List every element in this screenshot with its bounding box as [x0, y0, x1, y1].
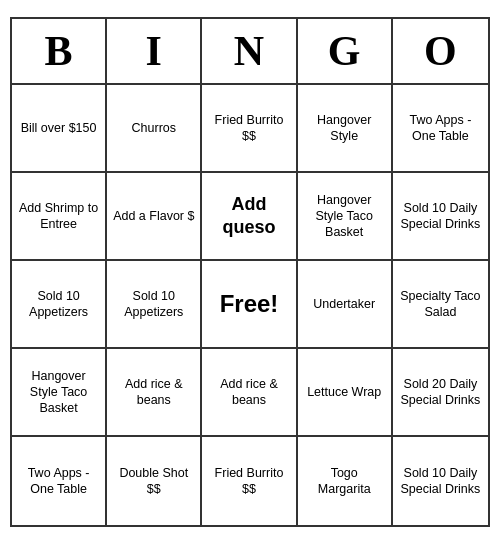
- header-letter-g: G: [298, 19, 393, 83]
- bingo-cell-1: Churros: [107, 85, 202, 173]
- bingo-cell-12: Free!: [202, 261, 297, 349]
- bingo-header: BINGO: [12, 19, 488, 85]
- bingo-cell-7: Add queso: [202, 173, 297, 261]
- bingo-cell-0: Bill over $150: [12, 85, 107, 173]
- bingo-cell-16: Add rice & beans: [107, 349, 202, 437]
- header-letter-n: N: [202, 19, 297, 83]
- bingo-cell-22: Fried Burrito $$: [202, 437, 297, 525]
- bingo-cell-24: Sold 10 Daily Special Drinks: [393, 437, 488, 525]
- bingo-cell-14: Specialty Taco Salad: [393, 261, 488, 349]
- bingo-cell-20: Two Apps - One Table: [12, 437, 107, 525]
- bingo-cell-2: Fried Burrito $$: [202, 85, 297, 173]
- bingo-cell-3: Hangover Style: [298, 85, 393, 173]
- bingo-card: BINGO Bill over $150ChurrosFried Burrito…: [10, 17, 490, 527]
- bingo-cell-21: Double Shot $$: [107, 437, 202, 525]
- bingo-cell-8: Hangover Style Taco Basket: [298, 173, 393, 261]
- bingo-cell-4: Two Apps - One Table: [393, 85, 488, 173]
- bingo-cell-18: Lettuce Wrap: [298, 349, 393, 437]
- bingo-grid: Bill over $150ChurrosFried Burrito $$Han…: [12, 85, 488, 525]
- bingo-cell-13: Undertaker: [298, 261, 393, 349]
- header-letter-i: I: [107, 19, 202, 83]
- bingo-cell-5: Add Shrimp to Entree: [12, 173, 107, 261]
- bingo-cell-6: Add a Flavor $: [107, 173, 202, 261]
- bingo-cell-17: Add rice & beans: [202, 349, 297, 437]
- bingo-cell-9: Sold 10 Daily Special Drinks: [393, 173, 488, 261]
- bingo-cell-19: Sold 20 Daily Special Drinks: [393, 349, 488, 437]
- bingo-cell-11: Sold 10 Appetizers: [107, 261, 202, 349]
- header-letter-b: B: [12, 19, 107, 83]
- header-letter-o: O: [393, 19, 488, 83]
- bingo-cell-23: Togo Margarita: [298, 437, 393, 525]
- bingo-cell-15: Hangover Style Taco Basket: [12, 349, 107, 437]
- bingo-cell-10: Sold 10 Appetizers: [12, 261, 107, 349]
